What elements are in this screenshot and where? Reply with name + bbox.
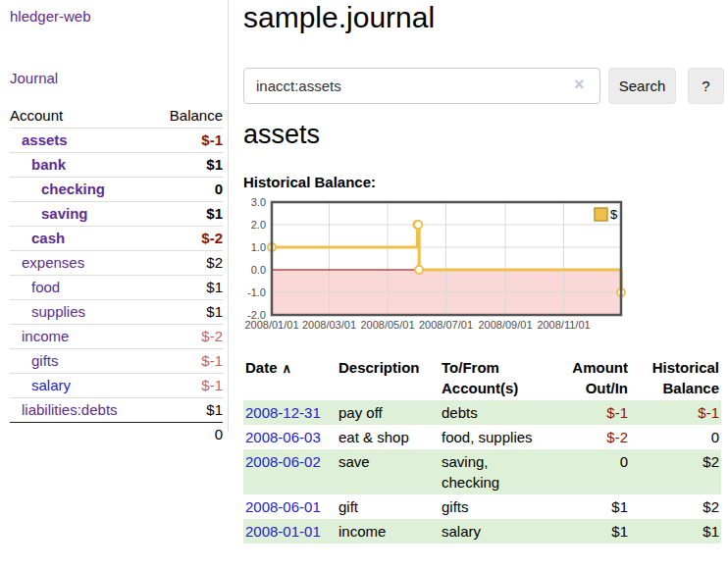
register-header-date-label: Date <box>245 359 278 376</box>
transaction-date-link[interactable]: 2008-12-31 <box>245 404 321 421</box>
transaction-description: pay off <box>337 400 440 425</box>
transaction-date-link[interactable]: 2008-06-03 <box>245 429 321 445</box>
register-header-balance: Historical Balance <box>630 355 721 400</box>
clear-search-icon[interactable]: × <box>574 75 585 95</box>
transaction-description: save <box>337 449 440 494</box>
account-balance: $-2 <box>157 227 223 251</box>
register-row: 2008-12-31pay offdebts$-1$-1 <box>243 400 721 425</box>
legend-label: $ <box>610 207 618 222</box>
account-row: income$-2 <box>10 325 223 349</box>
svg-text:2008/01/01: 2008/01/01 <box>244 319 298 331</box>
account-link-food[interactable]: food <box>31 279 60 295</box>
search-button[interactable]: Search <box>608 68 676 104</box>
page-title: sample.journal <box>243 1 435 34</box>
register-row: 2008-06-03eat & shopfood, supplies$-20 <box>243 425 721 449</box>
historical-balance-chart[interactable]: 3.02.01.00.0-1.0-2.02008/01/012008/03/01… <box>235 195 638 342</box>
chart-title: Historical Balance: <box>243 174 376 190</box>
help-button[interactable]: ? <box>688 68 724 104</box>
svg-text:2008/09/01: 2008/09/01 <box>478 319 532 331</box>
accounts-total-value: 0 <box>157 423 223 447</box>
account-link-saving[interactable]: saving <box>41 205 88 222</box>
account-link-income[interactable]: income <box>22 328 69 344</box>
transaction-description: gift <box>337 494 440 519</box>
transaction-accounts: food, supplies <box>440 425 549 449</box>
account-balance: $1 <box>157 202 223 227</box>
transaction-amount: $-1 <box>549 400 630 425</box>
accounts-header-account: Account <box>10 104 157 129</box>
register-header-accounts: To/From Account(s) <box>440 355 549 400</box>
transaction-balance: $2 <box>630 494 721 519</box>
svg-text:2.0: 2.0 <box>251 219 266 231</box>
transaction-description: income <box>337 519 440 544</box>
svg-text:3.0: 3.0 <box>251 196 266 208</box>
svg-text:2008/11/01: 2008/11/01 <box>537 319 590 331</box>
transaction-amount: 0 <box>549 449 630 494</box>
transaction-balance: $-1 <box>630 400 721 425</box>
transaction-accounts: gifts <box>440 494 549 519</box>
account-link-checking[interactable]: checking <box>41 181 105 197</box>
register-row: 2008-06-01giftgifts$1$2 <box>243 494 721 519</box>
account-link-bank[interactable]: bank <box>31 156 66 173</box>
nav-journal-link[interactable]: Journal <box>10 70 58 86</box>
transaction-accounts: salary <box>440 519 549 544</box>
register-header-date[interactable]: Date∧ <box>243 355 337 400</box>
account-row: bank$1 <box>10 153 223 178</box>
svg-text:-1.0: -1.0 <box>247 286 266 298</box>
account-row: food$1 <box>10 276 223 300</box>
account-link-cash[interactable]: cash <box>31 230 65 246</box>
svg-text:2008/03/01: 2008/03/01 <box>302 319 356 331</box>
register-header-row: Date∧ Description To/From Account(s) Amo… <box>243 355 721 400</box>
account-row: expenses$2 <box>10 251 223 276</box>
account-balance: $-2 <box>157 325 223 349</box>
account-row: salary$-1 <box>10 374 223 398</box>
brand-link[interactable]: hledger-web <box>10 8 91 25</box>
transaction-accounts: saving, checking <box>440 449 549 494</box>
account-balance: $-1 <box>157 129 223 153</box>
account-balance: $2 <box>157 251 223 276</box>
accounts-total-spacer <box>10 423 157 447</box>
account-balance: $-1 <box>157 349 223 374</box>
register-table: Date∧ Description To/From Account(s) Amo… <box>243 355 721 544</box>
account-balance: $1 <box>157 398 223 423</box>
transaction-date-link[interactable]: 2008-06-02 <box>245 453 321 470</box>
accounts-total-row: 0 <box>10 423 223 447</box>
transaction-balance: 0 <box>630 425 721 449</box>
transaction-amount: $1 <box>549 519 630 544</box>
account-row: saving$1 <box>10 202 223 227</box>
transaction-amount: $1 <box>549 494 630 519</box>
search-input[interactable] <box>243 68 600 104</box>
svg-text:2008/05/01: 2008/05/01 <box>360 319 414 331</box>
sort-ascending-icon: ∧ <box>283 361 292 376</box>
account-link-salary[interactable]: salary <box>31 377 71 393</box>
account-row: checking0 <box>10 178 223 202</box>
svg-text:1.0: 1.0 <box>251 241 266 253</box>
account-heading: assets <box>243 120 320 150</box>
account-row: liabilities:debts$1 <box>10 398 223 423</box>
svg-text:0.0: 0.0 <box>251 264 266 276</box>
account-link-supplies[interactable]: supplies <box>31 303 85 320</box>
account-balance: $1 <box>157 300 223 325</box>
hledger-web-page: hledger-web Journal Account Balance asse… <box>0 0 728 571</box>
transaction-date-link[interactable]: 2008-01-01 <box>245 523 321 540</box>
account-row: supplies$1 <box>10 300 223 325</box>
account-row: cash$-2 <box>10 227 223 251</box>
account-row: assets$-1 <box>10 129 223 153</box>
transaction-balance: $2 <box>630 449 721 494</box>
account-link-liabilities-debts[interactable]: liabilities:debts <box>22 401 118 418</box>
transaction-date-link[interactable]: 2008-06-01 <box>245 498 321 515</box>
account-link-expenses[interactable]: expenses <box>22 254 84 271</box>
transaction-balance: $1 <box>630 519 721 544</box>
register-header-description: Description <box>337 355 440 400</box>
account-balance: 0 <box>157 178 223 202</box>
register-row: 2008-01-01incomesalary$1$1 <box>243 519 721 544</box>
accounts-table: Account Balance assets$-1bank$1checking0… <box>10 104 223 446</box>
register-header-amount: Amount Out/In <box>549 355 630 400</box>
account-link-assets[interactable]: assets <box>22 131 68 148</box>
legend-swatch-icon <box>595 208 607 221</box>
accounts-header-balance: Balance <box>157 104 223 129</box>
account-link-gifts[interactable]: gifts <box>31 352 59 369</box>
transaction-amount: $-2 <box>549 425 630 449</box>
transaction-accounts: debts <box>440 400 549 425</box>
accounts-header-row: Account Balance <box>10 104 223 129</box>
sidebar: hledger-web Journal Account Balance asse… <box>0 0 229 432</box>
